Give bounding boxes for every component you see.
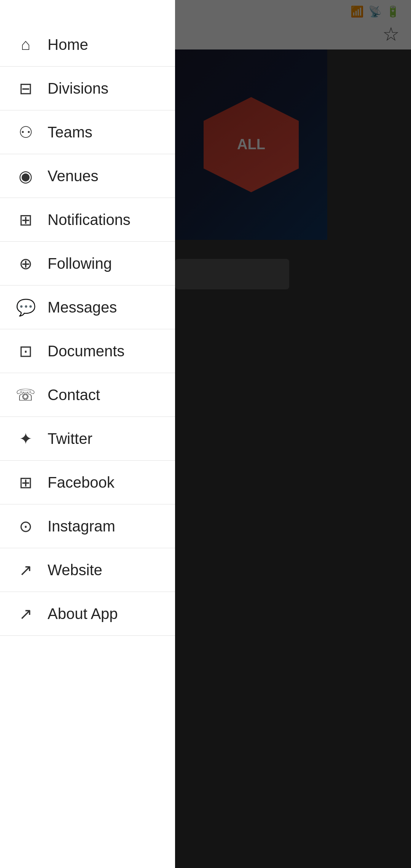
about-app-label: About App bbox=[48, 605, 118, 622]
divisions-icon: ⊟ bbox=[15, 79, 36, 98]
facebook-label: Facebook bbox=[48, 474, 115, 491]
divisions-label: Divisions bbox=[48, 80, 108, 97]
drawer-item-about-app[interactable]: ↗About App bbox=[0, 592, 175, 636]
contact-label: Contact bbox=[48, 386, 100, 404]
drawer-item-divisions[interactable]: ⊟Divisions bbox=[0, 67, 175, 110]
drawer-item-notifications[interactable]: ⊞Notifications bbox=[0, 198, 175, 242]
facebook-icon: ⊞ bbox=[15, 473, 36, 492]
drawer-item-facebook[interactable]: ⊞Facebook bbox=[0, 461, 175, 504]
navigation-drawer: ⌂Home⊟Divisions⚇Teams◉Venues⊞Notificatio… bbox=[0, 0, 175, 868]
contact-icon: ☏ bbox=[15, 386, 36, 404]
venues-label: Venues bbox=[48, 168, 98, 185]
drawer-item-instagram[interactable]: ⊙Instagram bbox=[0, 504, 175, 548]
drawer-item-following[interactable]: ⊕Following bbox=[0, 242, 175, 286]
twitter-label: Twitter bbox=[48, 430, 92, 447]
notifications-label: Notifications bbox=[48, 211, 131, 228]
instagram-label: Instagram bbox=[48, 518, 115, 535]
teams-icon: ⚇ bbox=[15, 123, 36, 142]
website-label: Website bbox=[48, 562, 102, 579]
instagram-icon: ⊙ bbox=[15, 517, 36, 536]
dark-overlay[interactable] bbox=[175, 0, 411, 868]
drawer-item-contact[interactable]: ☏Contact bbox=[0, 373, 175, 417]
home-icon: ⌂ bbox=[15, 35, 36, 54]
following-label: Following bbox=[48, 255, 112, 272]
teams-label: Teams bbox=[48, 124, 92, 141]
drawer-item-website[interactable]: ↗Website bbox=[0, 548, 175, 592]
drawer-empty-space bbox=[0, 636, 175, 868]
drawer-item-messages[interactable]: 💬Messages bbox=[0, 286, 175, 329]
twitter-icon: ✦ bbox=[15, 429, 36, 448]
drawer-item-venues[interactable]: ◉Venues bbox=[0, 154, 175, 198]
documents-label: Documents bbox=[48, 343, 124, 360]
messages-icon: 💬 bbox=[15, 298, 36, 317]
documents-icon: ⊡ bbox=[15, 342, 36, 361]
drawer-item-documents[interactable]: ⊡Documents bbox=[0, 329, 175, 373]
drawer-item-teams[interactable]: ⚇Teams bbox=[0, 110, 175, 154]
drawer-item-twitter[interactable]: ✦Twitter bbox=[0, 417, 175, 461]
drawer-item-home[interactable]: ⌂Home bbox=[0, 23, 175, 67]
messages-label: Messages bbox=[48, 299, 117, 316]
following-icon: ⊕ bbox=[15, 254, 36, 273]
notifications-icon: ⊞ bbox=[15, 211, 36, 229]
about-app-icon: ↗ bbox=[15, 605, 36, 623]
home-label: Home bbox=[48, 36, 88, 53]
website-icon: ↗ bbox=[15, 561, 36, 579]
venues-icon: ◉ bbox=[15, 167, 36, 185]
